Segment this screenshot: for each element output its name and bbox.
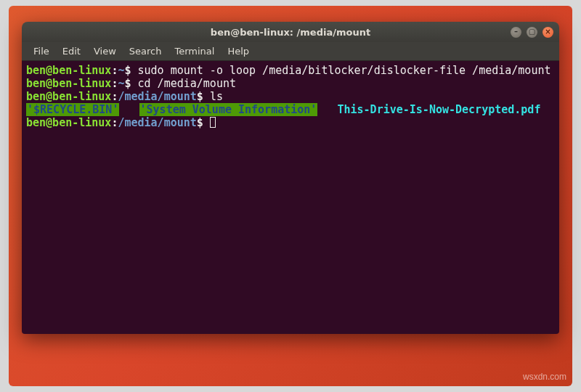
cursor bbox=[210, 117, 216, 128]
prompt-dollar: $ bbox=[124, 64, 131, 77]
ls-item-svi: 'System Volume Information' bbox=[139, 103, 318, 116]
menubar: File Edit View Search Terminal Help bbox=[22, 42, 559, 61]
command-text: cd /media/mount bbox=[138, 77, 236, 90]
terminal-body[interactable]: ben@ben-linux:~$ sudo mount -o loop /med… bbox=[22, 61, 559, 334]
prompt-dollar: $ bbox=[197, 116, 203, 129]
menu-view[interactable]: View bbox=[88, 43, 122, 60]
titlebar[interactable]: ben@ben-linux: /media/mount – ▢ × bbox=[22, 22, 559, 42]
ls-item-pdf: This-Drive-Is-Now-Decrypted.pdf bbox=[337, 103, 540, 116]
menu-help[interactable]: Help bbox=[222, 43, 255, 60]
ls-item-recycle: '$RECYCLE.BIN' bbox=[26, 103, 119, 116]
command-text: ls bbox=[210, 90, 223, 103]
close-button[interactable]: × bbox=[543, 27, 553, 38]
command-text: sudo mount -o loop /media/bitlocker/disl… bbox=[138, 64, 551, 77]
menu-terminal[interactable]: Terminal bbox=[168, 43, 220, 60]
prompt-dollar: $ bbox=[197, 90, 203, 103]
terminal-window: ben@ben-linux: /media/mount – ▢ × File E… bbox=[22, 22, 559, 334]
watermark-text: wsxdn.com bbox=[523, 372, 566, 382]
prompt-user: ben@ben-linux bbox=[26, 64, 111, 77]
prompt-user: ben@ben-linux bbox=[26, 90, 111, 103]
window-controls: – ▢ × bbox=[511, 27, 553, 38]
prompt-path: /media/mount bbox=[118, 116, 196, 129]
prompt-user: ben@ben-linux bbox=[26, 116, 111, 129]
prompt-path: /media/mount bbox=[118, 90, 196, 103]
window-title: ben@ben-linux: /media/mount bbox=[211, 27, 370, 38]
prompt-dollar: $ bbox=[124, 77, 131, 90]
prompt-user: ben@ben-linux bbox=[26, 77, 111, 90]
menu-search[interactable]: Search bbox=[123, 43, 168, 60]
menu-file[interactable]: File bbox=[28, 43, 55, 60]
menu-edit[interactable]: Edit bbox=[57, 43, 86, 60]
minimize-button[interactable]: – bbox=[511, 27, 521, 38]
maximize-button[interactable]: ▢ bbox=[527, 27, 537, 38]
